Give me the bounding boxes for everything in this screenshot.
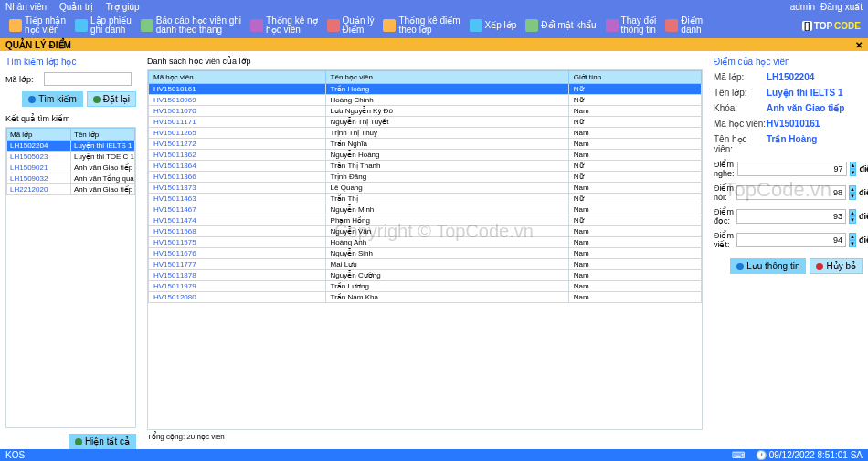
score-row: Điểm nói:▲▼điểm: [714, 183, 863, 202]
table-row[interactable]: HV15011467Nguyễn MinhNam: [149, 204, 702, 215]
statusbar: KOS ⌨ 🕐 09/12/2022 8:51:01 SA: [0, 449, 868, 461]
table-row[interactable]: HV15012080Trần Nam KhaNam: [149, 292, 702, 303]
student-total: Tổng cộng: 20 học viên: [147, 430, 703, 444]
table-row[interactable]: HV15011676Nguyễn SinhNam: [149, 248, 702, 259]
clock-icon: 🕐: [756, 450, 767, 460]
table-row[interactable]: HV15011362Nguyễn HoàngNam: [149, 150, 702, 161]
keyboard-icon: ⌨: [732, 450, 745, 460]
menubar: Nhân viênQuản trịTrợ giúp admin Đăng xuấ…: [0, 0, 868, 13]
student-list-title: Danh sách học viên của lớp: [147, 57, 703, 66]
ma-lop-label: Mã lớp:: [5, 75, 40, 84]
status-left: KOS: [5, 450, 25, 460]
table-row[interactable]: LH1505023Luyện thi TOEIC 1: [7, 152, 135, 162]
toolbar-item[interactable]: Lập phiếu ghi danh: [71, 16, 135, 35]
status-time: 09/12/2022 8:51:01 SA: [769, 450, 863, 460]
table-row[interactable]: HV15011265Trịnh Thị ThúyNam: [149, 128, 702, 139]
score-stepper[interactable]: ▲▼: [849, 185, 856, 200]
table-row[interactable]: HV15011070Lưu Nguyễn Kỳ ĐôNam: [149, 106, 702, 117]
show-all-button[interactable]: Hiện tất cả: [69, 434, 136, 449]
student-table[interactable]: Mã học viênTên học viênGiới tính HV15010…: [148, 70, 702, 303]
table-row[interactable]: LH1509032Anh văn Tổng quát 1: [7, 173, 135, 184]
window-title: QUẢN LÝ ĐIỂM: [5, 40, 71, 50]
info-field: Khóa:Anh văn Giao tiếp: [714, 103, 863, 113]
toolbar-item[interactable]: Báo cáo học viên ghi danh theo tháng: [137, 16, 245, 35]
toolbar-icon: [327, 19, 340, 32]
user-label: admin: [790, 2, 815, 12]
toolbar-item[interactable]: Tiếp nhận học viên: [5, 16, 69, 35]
close-icon[interactable]: ✕: [855, 40, 863, 50]
table-row[interactable]: HV15011878Nguyễn CườngNam: [149, 270, 702, 281]
search-button[interactable]: Tìm kiếm: [22, 91, 83, 107]
save-button[interactable]: Lưu thông tin: [730, 258, 806, 274]
toolbar-icon: [470, 19, 482, 32]
menu-item[interactable]: Trợ giúp: [106, 2, 140, 12]
info-field: Mã lớp:LH1502204: [714, 72, 863, 82]
toolbar-item[interactable]: Thống kê điểm theo lớp: [379, 16, 463, 35]
table-row[interactable]: HV15011171Nguyễn Thị TuyếtNữ: [149, 117, 702, 128]
table-row[interactable]: HV15011568Nguyễn VănNam: [149, 226, 702, 237]
result-label: Kết quả tìm kiếm: [5, 114, 136, 123]
table-row[interactable]: LH1502204Luyện thi IELTS 1: [7, 141, 135, 152]
toolbar-item[interactable]: Xếp lớp: [466, 16, 521, 35]
score-row: Điểm viết:▲▼điểm: [714, 231, 863, 249]
score-input[interactable]: [736, 233, 846, 247]
score-input[interactable]: [736, 209, 846, 224]
class-table[interactable]: Mã lớpTên lớp LH1502204Luyện thi IELTS 1…: [6, 128, 135, 195]
toolbar-item[interactable]: Điểm danh: [662, 16, 706, 35]
menu-item[interactable]: Nhân viên: [5, 2, 47, 12]
score-title: Điểm của học viên: [714, 57, 863, 67]
toolbar-icon: [525, 19, 538, 32]
info-field: Tên lớp:Luyện thi IELTS 1: [714, 88, 863, 98]
table-row[interactable]: HV15010161Trần HoàngNữ: [149, 84, 702, 95]
toolbar-item[interactable]: Quản lý Điểm: [323, 16, 378, 35]
table-row[interactable]: HV15011373Lê QuangNam: [149, 183, 702, 194]
ma-lop-input[interactable]: [44, 72, 132, 86]
score-input[interactable]: [737, 162, 847, 176]
brand-logo: []TOPCODE: [802, 21, 863, 31]
toolbar: Tiếp nhận học viênLập phiếu ghi danhBáo …: [0, 13, 868, 38]
table-row[interactable]: HV15011272Trần NghĩaNam: [149, 139, 702, 150]
table-row[interactable]: HV15011474Phạm HồngNữ: [149, 215, 702, 226]
info-field: Tên học viên:Trần Hoàng: [714, 134, 863, 154]
table-row[interactable]: LH2212020Anh văn Giao tiếp 2: [7, 184, 135, 195]
score-row: Điểm đọc:▲▼điểm: [714, 207, 863, 225]
toolbar-item[interactable]: Đổi mật khẩu: [522, 16, 599, 35]
score-stepper[interactable]: ▲▼: [849, 209, 856, 224]
reset-button[interactable]: Đặt lại: [87, 91, 136, 107]
score-stepper[interactable]: ▲▼: [850, 162, 857, 176]
search-title: Tìm kiếm lớp học: [5, 57, 136, 67]
table-row[interactable]: HV15011777Mai LưuNam: [149, 259, 702, 270]
toolbar-icon: [606, 19, 619, 32]
toolbar-icon: [665, 19, 678, 32]
toolbar-icon: [75, 19, 88, 32]
toolbar-item[interactable]: Thay đổi thông tin: [602, 16, 661, 35]
menu-item[interactable]: Quản trị: [59, 2, 93, 12]
table-row[interactable]: HV15010969Hoàng ChínhNữ: [149, 95, 702, 106]
toolbar-icon: [250, 19, 263, 32]
toolbar-icon: [141, 19, 153, 32]
table-row[interactable]: HV15011364Trần Thị ThanhNữ: [149, 161, 702, 172]
table-row[interactable]: HV15011463Trần ThịNữ: [149, 194, 702, 204]
score-stepper[interactable]: ▲▼: [849, 233, 856, 247]
score-input[interactable]: [736, 185, 846, 200]
window-titlebar: QUẢN LÝ ĐIỂM ✕: [0, 38, 868, 51]
toolbar-item[interactable]: Thống kê nợ học viên: [247, 16, 321, 35]
table-row[interactable]: LH1509021Anh văn Giao tiếp 1: [7, 162, 135, 173]
score-row: Điểm nghe:▲▼điểm: [714, 160, 863, 178]
toolbar-icon: [9, 19, 22, 32]
table-row[interactable]: HV15011575Hoàng AnhNam: [149, 237, 702, 248]
info-field: Mã học viên:HV15010161: [714, 119, 863, 129]
logout-link[interactable]: Đăng xuất: [820, 2, 863, 12]
table-row[interactable]: HV15011366Trịnh ĐăngNữ: [149, 172, 702, 183]
cancel-button[interactable]: Hủy bỏ: [810, 258, 863, 274]
toolbar-icon: [383, 19, 396, 32]
table-row[interactable]: HV15011979Trần LươngNam: [149, 281, 702, 292]
